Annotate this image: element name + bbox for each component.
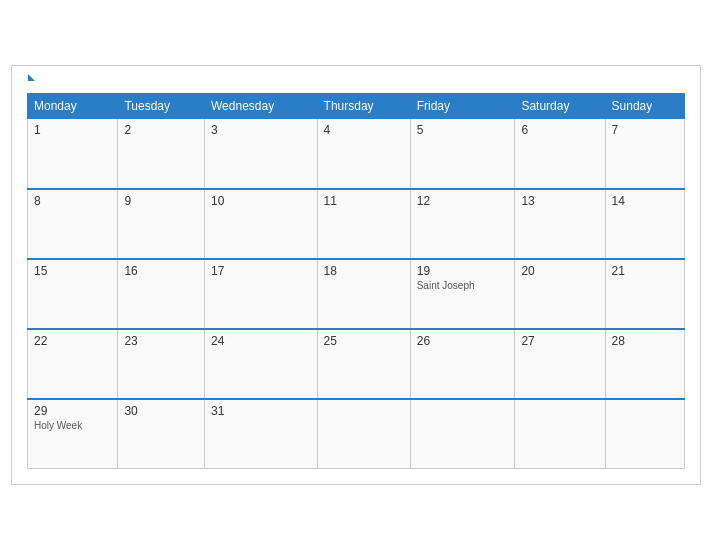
- calendar-header: [27, 76, 685, 85]
- day-cell: 16: [118, 259, 205, 329]
- day-number: 12: [417, 194, 509, 208]
- weekday-header-row: MondayTuesdayWednesdayThursdayFridaySatu…: [28, 94, 685, 119]
- day-number: 27: [521, 334, 598, 348]
- day-number: 21: [612, 264, 678, 278]
- weekday-header-friday: Friday: [410, 94, 515, 119]
- day-cell: 1: [28, 119, 118, 189]
- week-row-1: 1234567: [28, 119, 685, 189]
- day-cell: [410, 399, 515, 469]
- day-number: 28: [612, 334, 678, 348]
- day-cell: 20: [515, 259, 605, 329]
- day-number: 30: [124, 404, 198, 418]
- day-number: 9: [124, 194, 198, 208]
- day-number: 4: [324, 123, 404, 137]
- day-cell: 30: [118, 399, 205, 469]
- day-number: 5: [417, 123, 509, 137]
- day-number: 23: [124, 334, 198, 348]
- day-cell: 23: [118, 329, 205, 399]
- day-number: 20: [521, 264, 598, 278]
- day-number: 19: [417, 264, 509, 278]
- day-cell: 22: [28, 329, 118, 399]
- day-number: 7: [612, 123, 678, 137]
- day-number: 14: [612, 194, 678, 208]
- day-number: 24: [211, 334, 311, 348]
- day-number: 6: [521, 123, 598, 137]
- day-cell: 8: [28, 189, 118, 259]
- day-cell: 14: [605, 189, 684, 259]
- day-cell: 29Holy Week: [28, 399, 118, 469]
- logo: [27, 80, 35, 81]
- day-number: 10: [211, 194, 311, 208]
- weekday-header-sunday: Sunday: [605, 94, 684, 119]
- day-cell: 17: [205, 259, 318, 329]
- day-number: 18: [324, 264, 404, 278]
- day-cell: 11: [317, 189, 410, 259]
- day-cell: 26: [410, 329, 515, 399]
- day-cell: 24: [205, 329, 318, 399]
- day-cell: 4: [317, 119, 410, 189]
- day-number: 29: [34, 404, 111, 418]
- weekday-header-monday: Monday: [28, 94, 118, 119]
- day-cell: 13: [515, 189, 605, 259]
- day-number: 26: [417, 334, 509, 348]
- day-number: 16: [124, 264, 198, 278]
- logo-triangle-icon: [28, 74, 35, 81]
- day-cell: 31: [205, 399, 318, 469]
- day-cell: 7: [605, 119, 684, 189]
- day-number: 11: [324, 194, 404, 208]
- day-cell: 12: [410, 189, 515, 259]
- day-number: 25: [324, 334, 404, 348]
- day-cell: [605, 399, 684, 469]
- day-cell: 18: [317, 259, 410, 329]
- day-number: 2: [124, 123, 198, 137]
- holiday-label: Saint Joseph: [417, 280, 509, 291]
- day-number: 1: [34, 123, 111, 137]
- calendar-container: MondayTuesdayWednesdayThursdayFridaySatu…: [11, 65, 701, 485]
- day-number: 8: [34, 194, 111, 208]
- day-cell: 27: [515, 329, 605, 399]
- weekday-header-saturday: Saturday: [515, 94, 605, 119]
- week-row-3: 1516171819Saint Joseph2021: [28, 259, 685, 329]
- day-number: 3: [211, 123, 311, 137]
- day-cell: 28: [605, 329, 684, 399]
- weekday-header-thursday: Thursday: [317, 94, 410, 119]
- day-number: 17: [211, 264, 311, 278]
- weekday-header-tuesday: Tuesday: [118, 94, 205, 119]
- day-cell: 15: [28, 259, 118, 329]
- day-cell: [317, 399, 410, 469]
- weekday-header-wednesday: Wednesday: [205, 94, 318, 119]
- calendar-grid: MondayTuesdayWednesdayThursdayFridaySatu…: [27, 93, 685, 469]
- day-cell: 19Saint Joseph: [410, 259, 515, 329]
- day-cell: [515, 399, 605, 469]
- day-cell: 21: [605, 259, 684, 329]
- day-cell: 5: [410, 119, 515, 189]
- day-cell: 9: [118, 189, 205, 259]
- day-cell: 3: [205, 119, 318, 189]
- week-row-4: 22232425262728: [28, 329, 685, 399]
- day-number: 22: [34, 334, 111, 348]
- day-number: 13: [521, 194, 598, 208]
- day-cell: 25: [317, 329, 410, 399]
- week-row-5: 29Holy Week3031: [28, 399, 685, 469]
- week-row-2: 891011121314: [28, 189, 685, 259]
- day-cell: 10: [205, 189, 318, 259]
- day-number: 31: [211, 404, 311, 418]
- day-number: 15: [34, 264, 111, 278]
- day-cell: 2: [118, 119, 205, 189]
- day-cell: 6: [515, 119, 605, 189]
- holiday-label: Holy Week: [34, 420, 111, 431]
